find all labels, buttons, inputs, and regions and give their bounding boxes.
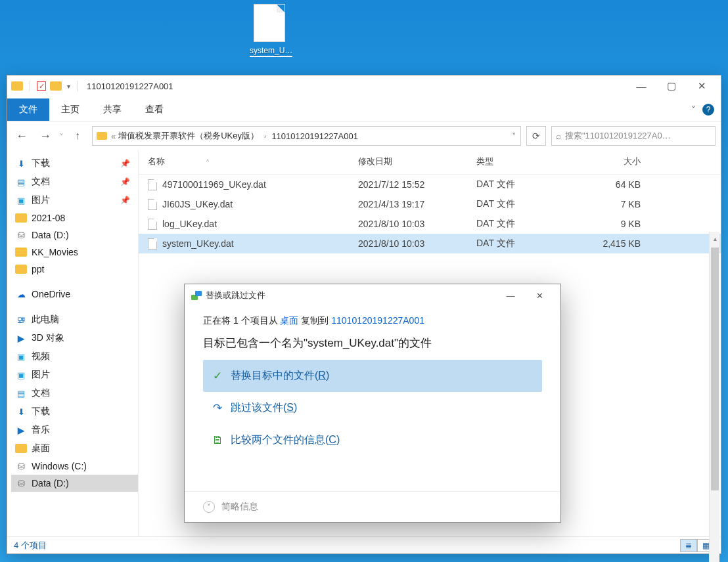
minimize-button[interactable]: — bbox=[626, 76, 656, 96]
sidebar-item-label: OneDrive bbox=[32, 289, 70, 299]
folder-icon bbox=[15, 248, 27, 257]
scroll-up-icon[interactable]: ▴ bbox=[710, 232, 720, 245]
tab-file[interactable]: 文件 bbox=[7, 98, 49, 121]
dialog-option[interactable]: ↷跳过该文件(S) bbox=[203, 392, 542, 424]
file-row[interactable]: system_UKey.dat2021/8/10 10:03DAT 文件2,41… bbox=[139, 234, 721, 253]
nav-back-button[interactable]: ← bbox=[12, 127, 31, 145]
doc-icon: ▤ bbox=[15, 389, 27, 398]
ok-icon: ✓ bbox=[211, 369, 224, 383]
breadcrumb[interactable]: « 增值税发票开票软件（税务UKey版） › 11010120191227A00… bbox=[92, 126, 521, 146]
sidebar-item[interactable]: ▣图片 bbox=[11, 366, 138, 384]
qat-properties-icon[interactable]: ✓ bbox=[37, 81, 46, 91]
nav-up-button[interactable]: ↑ bbox=[68, 127, 87, 145]
file-icon bbox=[148, 179, 157, 190]
sidebar-item[interactable]: 桌面 bbox=[11, 439, 138, 458]
file-icon bbox=[148, 219, 157, 230]
drive-icon: ⛁ bbox=[15, 479, 27, 488]
sidebar-item[interactable]: ▤文档 bbox=[11, 384, 138, 402]
dialog-titlebar: 替换或跳过文件 — ✕ bbox=[185, 284, 560, 307]
maximize-button[interactable]: ▢ bbox=[656, 76, 687, 96]
desktop-file-icon[interactable]: system_U… bbox=[250, 4, 289, 57]
file-icon bbox=[254, 4, 285, 42]
column-headers[interactable]: 名称＾ 修改日期 类型 大小 bbox=[139, 150, 721, 175]
breadcrumb-current[interactable]: 11010120191227A001 bbox=[271, 131, 358, 141]
pic-icon: ▣ bbox=[15, 196, 27, 205]
col-name[interactable]: 名称 bbox=[148, 156, 165, 167]
col-date[interactable]: 修改日期 bbox=[358, 156, 476, 167]
file-date: 2021/4/13 19:17 bbox=[358, 199, 476, 209]
sidebar-item[interactable]: ppt bbox=[11, 261, 138, 278]
close-button[interactable]: ✕ bbox=[687, 76, 717, 96]
sidebar-scrollbar[interactable]: ▴ ▾ bbox=[709, 232, 719, 562]
ribbon-expand-icon[interactable]: ˅ bbox=[691, 104, 696, 115]
file-type: DAT 文件 bbox=[476, 198, 575, 210]
copy-dest-link[interactable]: 11010120191227A001 bbox=[331, 315, 424, 326]
blue-icon: ▶ bbox=[15, 334, 27, 343]
option-label: 比较两个文件的信息(C) bbox=[231, 433, 340, 447]
file-name: log_UKey.dat bbox=[162, 219, 217, 229]
copy-icon bbox=[191, 291, 202, 300]
breadcrumb-parent[interactable]: 增值税发票开票软件（税务UKey版） bbox=[118, 130, 259, 142]
col-size[interactable]: 大小 bbox=[575, 156, 647, 167]
breadcrumb-overflow-icon[interactable]: « bbox=[111, 131, 116, 141]
status-count: 4 个项目 bbox=[14, 540, 47, 551]
refresh-button[interactable]: ⟳ bbox=[526, 126, 546, 146]
sidebar-item-label: 下载 bbox=[32, 158, 50, 169]
sidebar-item[interactable]: ☁OneDrive bbox=[11, 286, 138, 303]
tab-home[interactable]: 主页 bbox=[49, 98, 91, 121]
file-date: 2021/8/10 10:03 bbox=[358, 238, 476, 249]
breadcrumb-dropdown-icon[interactable]: ˅ bbox=[512, 131, 516, 141]
sidebar-item[interactable]: ▤文档📌 bbox=[11, 173, 138, 191]
sidebar-item[interactable]: ⛁Data (D:) bbox=[11, 475, 138, 492]
scroll-thumb[interactable] bbox=[711, 248, 719, 490]
file-date: 2021/7/12 15:52 bbox=[358, 179, 476, 190]
sidebar-item[interactable]: ⬇下载 bbox=[11, 402, 138, 421]
dialog-option[interactable]: ✓替换目标中的文件(R) bbox=[203, 360, 542, 392]
chevron-right-icon: › bbox=[262, 133, 269, 140]
search-placeholder: 搜索"11010120191227A0… bbox=[565, 130, 671, 142]
qat-newfolder-icon[interactable] bbox=[50, 81, 62, 91]
quick-access-toolbar: ✓ ▾ bbox=[11, 81, 80, 91]
sidebar-item[interactable]: ⬇下载📌 bbox=[11, 154, 138, 173]
file-row[interactable]: 497100011969_UKey.dat2021/7/12 15:52DAT … bbox=[139, 175, 721, 194]
search-input[interactable]: ⌕ 搜索"11010120191227A0… bbox=[551, 126, 716, 146]
sidebar-item[interactable]: ▶音乐 bbox=[11, 421, 138, 439]
drive-icon: ⛁ bbox=[15, 230, 27, 240]
file-size: 9 KB bbox=[575, 219, 647, 229]
sidebar-item-label: KK_Movies bbox=[32, 247, 78, 257]
dialog-minimize-button[interactable]: — bbox=[496, 286, 525, 305]
nav-forward-button[interactable]: → bbox=[36, 127, 55, 145]
dialog-copy-message: 正在将 1 个项目从 桌面 复制到 11010120191227A001 bbox=[185, 307, 560, 330]
nav-recent-icon[interactable]: ˅ bbox=[60, 133, 63, 140]
sidebar-item[interactable]: ⛁Data (D:) bbox=[11, 227, 138, 244]
file-row[interactable]: log_UKey.dat2021/8/10 10:03DAT 文件9 KB bbox=[139, 214, 721, 234]
file-size: 7 KB bbox=[575, 199, 647, 209]
sidebar-item-label: 文档 bbox=[32, 387, 50, 399]
sidebar-item[interactable]: ▣图片📌 bbox=[11, 191, 138, 209]
view-details-button[interactable]: ≣ bbox=[680, 539, 697, 552]
dialog-option[interactable]: 🗎比较两个文件的信息(C) bbox=[203, 424, 542, 456]
tab-share[interactable]: 共享 bbox=[91, 98, 133, 121]
sidebar-item[interactable]: ▣视频 bbox=[11, 347, 138, 366]
sidebar-item-label: 3D 对象 bbox=[32, 332, 64, 344]
file-list: 497100011969_UKey.dat2021/7/12 15:52DAT … bbox=[139, 175, 721, 253]
sidebar-item[interactable]: 🖳此电脑 bbox=[11, 311, 138, 329]
dialog-more-details[interactable]: ˅ 简略信息 bbox=[185, 491, 560, 522]
sidebar-item[interactable]: KK_Movies bbox=[11, 244, 138, 261]
replace-skip-dialog: 替换或跳过文件 — ✕ 正在将 1 个项目从 桌面 复制到 1101012019… bbox=[184, 284, 561, 523]
copy-source-link[interactable]: 桌面 bbox=[280, 315, 298, 326]
titlebar: ✓ ▾ 11010120191227A001 — ▢ ✕ bbox=[7, 76, 721, 97]
chevron-down-icon: ˅ bbox=[203, 501, 215, 513]
col-type[interactable]: 类型 bbox=[476, 156, 575, 167]
sidebar-item[interactable]: ⛁Windows (C:) bbox=[11, 458, 138, 475]
file-row[interactable]: JI60JS_UKey.dat2021/4/13 19:17DAT 文件7 KB bbox=[139, 194, 721, 214]
dialog-close-button[interactable]: ✕ bbox=[525, 286, 554, 305]
tab-view[interactable]: 查看 bbox=[133, 98, 175, 121]
sidebar-item[interactable]: 2021-08 bbox=[11, 209, 138, 227]
qat-customize-icon[interactable]: ▾ bbox=[67, 83, 70, 90]
sidebar-item-label: Data (D:) bbox=[32, 230, 69, 240]
cmp-icon: 🗎 bbox=[211, 434, 224, 447]
drive-icon: ⛁ bbox=[15, 462, 27, 471]
sidebar-item[interactable]: ▶3D 对象 bbox=[11, 329, 138, 347]
help-icon[interactable]: ? bbox=[702, 104, 714, 116]
